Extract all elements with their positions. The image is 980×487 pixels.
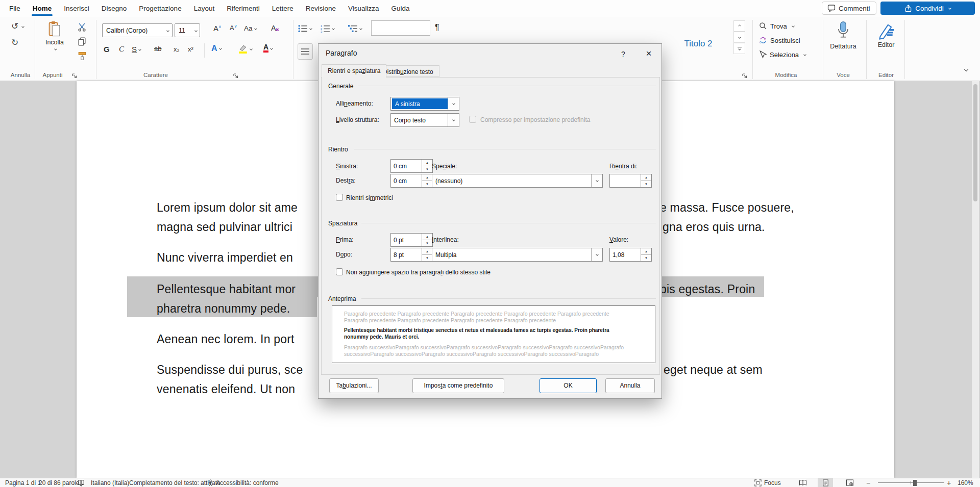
read-mode-button[interactable] bbox=[795, 478, 811, 487]
multilevel-list-button[interactable] bbox=[348, 24, 362, 33]
spin-up-icon[interactable]: ▲ bbox=[641, 248, 651, 255]
tab-lettere[interactable]: Lettere bbox=[270, 0, 296, 17]
text-completion-indicator[interactable]: Completamento del testo: attivato bbox=[129, 479, 220, 487]
change-case-button[interactable]: Aa bbox=[244, 24, 257, 32]
no-space-same-style-checkbox[interactable] bbox=[336, 268, 343, 275]
doc-text-line[interactable]: gna eros quis urna. bbox=[663, 217, 765, 237]
shrink-font-button[interactable]: A∨ bbox=[230, 24, 237, 32]
font-color-button[interactable]: A bbox=[263, 44, 273, 53]
font-size-combobox[interactable]: 11 bbox=[175, 23, 200, 37]
outline-level-combobox[interactable]: Corpo testo bbox=[390, 113, 459, 127]
paste-button[interactable]: Incolla bbox=[40, 21, 69, 50]
comments-button[interactable]: Commenti bbox=[822, 2, 876, 15]
spin-up-icon[interactable]: ▲ bbox=[422, 248, 432, 255]
web-layout-button[interactable] bbox=[842, 478, 857, 487]
tab-revisione[interactable]: Revisione bbox=[304, 0, 338, 17]
print-layout-button[interactable] bbox=[818, 478, 833, 487]
clear-formatting-button[interactable]: A bbox=[271, 23, 281, 34]
tab-rientri-e-spaziatura[interactable]: Rientri e spaziatura bbox=[322, 64, 386, 78]
text-effects-button[interactable]: A bbox=[211, 44, 222, 53]
line-spacing-combobox[interactable]: Multipla bbox=[432, 248, 603, 262]
collapse-ribbon-chevron-icon[interactable] bbox=[964, 67, 968, 71]
cancel-button[interactable]: Annulla bbox=[605, 378, 655, 393]
spin-down-icon[interactable]: ▼ bbox=[641, 255, 651, 261]
styles-gallery-item[interactable] bbox=[371, 20, 430, 36]
indent-right-spinner[interactable]: 0 cm ▲▼ bbox=[390, 174, 433, 188]
word-count[interactable]: 20 di 86 parole bbox=[39, 479, 79, 487]
doc-text-line[interactable]: magna sed pulvinar ultrici bbox=[157, 217, 292, 237]
spin-down-icon[interactable]: ▼ bbox=[422, 240, 432, 246]
focus-button[interactable]: Focus bbox=[754, 479, 781, 487]
doc-text-line[interactable]: eget neque at sem bbox=[664, 360, 763, 379]
indent-by-spinner[interactable]: ▲▼ bbox=[609, 174, 652, 188]
subscript-button[interactable]: x₂ bbox=[174, 45, 180, 53]
tab-disegno[interactable]: Disegno bbox=[100, 0, 129, 17]
undo-button[interactable]: ↺ bbox=[11, 21, 24, 32]
vertical-scrollbar[interactable] bbox=[972, 81, 979, 478]
cut-button[interactable] bbox=[78, 23, 86, 32]
spin-up-icon[interactable]: ▲ bbox=[641, 174, 651, 181]
bold-button[interactable]: G bbox=[104, 45, 110, 54]
zoom-slider-track[interactable] bbox=[878, 482, 944, 483]
dictate-button[interactable]: Dettatura bbox=[828, 21, 859, 50]
tab-inserisci[interactable]: Inserisci bbox=[62, 0, 91, 17]
styles-gallery-item-titolo2[interactable]: Titolo 2 bbox=[670, 39, 727, 49]
set-as-default-button[interactable]: Imposta come predefinito bbox=[412, 378, 504, 393]
font-dialog-launcher[interactable] bbox=[233, 73, 239, 79]
doc-text-line[interactable]: Suspendisse dui purus, sce bbox=[157, 360, 303, 379]
doc-text-line[interactable]: Aenean nec lorem. In port bbox=[157, 329, 295, 349]
spin-down-icon[interactable]: ▼ bbox=[422, 181, 432, 187]
dialog-close-button[interactable]: × bbox=[637, 46, 660, 61]
styles-scroll-up-button[interactable] bbox=[733, 20, 745, 32]
tab-guida[interactable]: Guida bbox=[389, 0, 412, 17]
tab-riferimenti[interactable]: Riferimenti bbox=[225, 0, 262, 17]
doc-text-line[interactable]: venenatis eleifend. Ut non bbox=[157, 379, 295, 399]
italic-button[interactable]: C bbox=[119, 45, 124, 54]
replace-button[interactable]: bc Sostituisci bbox=[759, 36, 800, 44]
tab-progettazione[interactable]: Progettazione bbox=[137, 0, 183, 17]
indent-left-spinner[interactable]: 0 cm ▲▼ bbox=[390, 159, 433, 173]
styles-dialog-launcher[interactable] bbox=[742, 73, 748, 79]
editor-button[interactable]: Editor bbox=[870, 21, 902, 48]
zoom-in-button[interactable]: + bbox=[947, 479, 951, 487]
zoom-slider-thumb[interactable] bbox=[913, 480, 917, 486]
ok-button[interactable]: OK bbox=[540, 378, 597, 393]
doc-text-line[interactable]: Pellentesque habitant mor bbox=[157, 279, 296, 299]
select-button[interactable]: Seleziona bbox=[759, 50, 806, 59]
doc-text-line[interactable]: e massa. Fusce posuere, bbox=[660, 198, 794, 217]
highlight-button[interactable] bbox=[238, 44, 252, 54]
bullets-button[interactable] bbox=[298, 24, 312, 33]
clipboard-dialog-launcher[interactable] bbox=[71, 73, 78, 79]
font-family-combobox[interactable]: Calibri (Corpo) bbox=[102, 23, 173, 37]
find-button[interactable]: Trova bbox=[759, 22, 794, 30]
spin-up-icon[interactable]: ▲ bbox=[422, 174, 432, 181]
tab-layout[interactable]: Layout bbox=[192, 0, 217, 17]
justify-button[interactable] bbox=[298, 43, 313, 60]
spin-up-icon[interactable]: ▲ bbox=[422, 234, 432, 240]
spin-down-icon[interactable]: ▼ bbox=[422, 255, 432, 261]
doc-text-line[interactable]: bis egestas. Proin bbox=[660, 279, 755, 299]
zoom-level[interactable]: 160% bbox=[958, 479, 973, 487]
format-painter-button[interactable] bbox=[78, 52, 87, 61]
styles-gallery-expand-button[interactable] bbox=[733, 43, 745, 54]
superscript-button[interactable]: x² bbox=[188, 45, 193, 53]
share-button[interactable]: Condividi bbox=[880, 2, 975, 15]
scrollbar-thumb[interactable] bbox=[973, 84, 977, 201]
numbering-button[interactable]: 123 bbox=[321, 24, 334, 33]
chevron-down-icon[interactable] bbox=[448, 97, 459, 110]
page-indicator[interactable]: Pagina 1 di 1 bbox=[5, 479, 41, 487]
dialog-help-button[interactable]: ? bbox=[616, 48, 631, 60]
copy-button[interactable] bbox=[78, 37, 86, 46]
tab-home[interactable]: Home bbox=[31, 0, 54, 17]
show-formatting-button[interactable]: ¶ bbox=[435, 23, 439, 32]
language-indicator[interactable]: Italiano (Italia) bbox=[91, 479, 129, 487]
styles-scroll-down-button[interactable] bbox=[733, 32, 745, 43]
zoom-out-button[interactable]: − bbox=[866, 479, 870, 487]
doc-text-line[interactable]: Nunc viverra imperdiet en bbox=[157, 248, 293, 267]
accessibility-status[interactable]: Accessibilità: conforme bbox=[216, 479, 279, 487]
proofing-icon[interactable] bbox=[78, 479, 85, 487]
doc-text-line[interactable]: Lorem ipsum dolor sit ame bbox=[157, 198, 298, 217]
tabs-button[interactable]: Tabulazioni... bbox=[329, 378, 379, 393]
space-before-spinner[interactable]: 0 pt ▲▼ bbox=[390, 233, 433, 247]
spin-up-icon[interactable]: ▲ bbox=[422, 160, 432, 166]
